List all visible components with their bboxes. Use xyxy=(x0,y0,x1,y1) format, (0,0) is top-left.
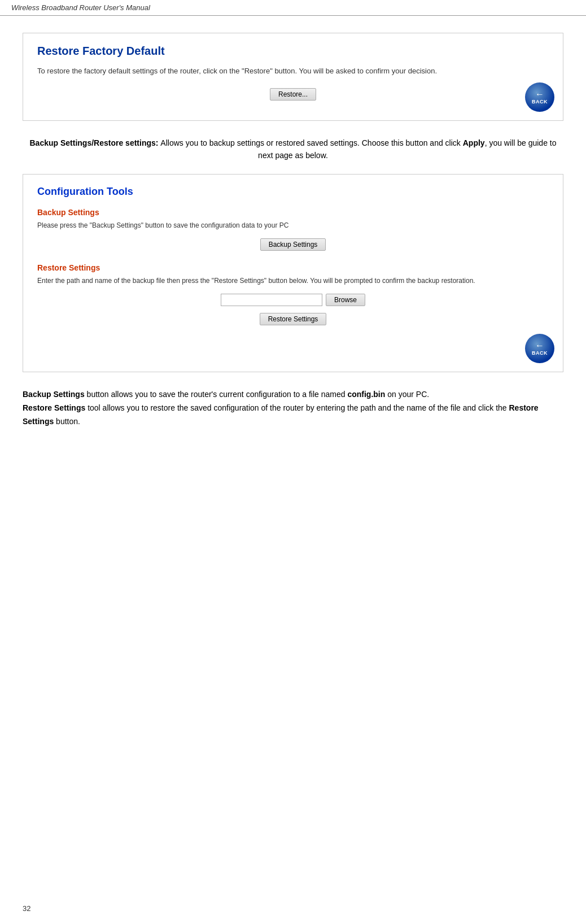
page-header: Wireless Broadband Router User's Manual xyxy=(0,0,586,16)
restore-settings-button[interactable]: Restore Settings xyxy=(260,313,327,325)
page-wrapper: Wireless Broadband Router User's Manual … xyxy=(0,0,586,924)
bottom-text-2: on your PC. xyxy=(385,390,429,399)
browse-row: Browse xyxy=(37,294,549,306)
bottom-text-1: button allows you to save the router's c… xyxy=(85,390,348,399)
backup-settings-desc: Please press the "Backup Settings" butto… xyxy=(37,220,549,230)
back-button-corner[interactable]: ← BACK xyxy=(525,82,554,112)
restore-factory-description: To restore the factory default settings … xyxy=(37,66,549,77)
back-circle-label: BACK xyxy=(532,99,548,104)
inter-section-text: Backup Settings/Restore settings: Allows… xyxy=(23,137,563,162)
restore-factory-title: Restore Factory Default xyxy=(37,45,549,58)
bottom-text-3: tool allows you to restore the saved con… xyxy=(85,403,509,412)
inter-section-bold1: Backup Settings/Restore settings: xyxy=(30,138,161,147)
config-tools-title: Configuration Tools xyxy=(37,186,549,198)
restore-button-row: Restore... xyxy=(37,88,549,101)
bottom-text-block: Backup Settings button allows you to sav… xyxy=(23,388,563,428)
restore-settings-title: Restore Settings xyxy=(37,263,549,272)
apply-label: Apply xyxy=(463,138,485,147)
restore-factory-section: Restore Factory Default To restore the f… xyxy=(23,33,563,121)
bottom-bold1: Backup Settings xyxy=(23,390,85,399)
bottom-bold3: Restore Settings xyxy=(23,403,85,412)
inter-section-text2: Allows you to backup settings or restore… xyxy=(160,138,462,147)
browse-button[interactable]: Browse xyxy=(326,294,365,306)
header-title: Wireless Broadband Router User's Manual xyxy=(11,3,150,12)
restore-settings-desc: Enter the path and name of the backup fi… xyxy=(37,276,549,286)
bottom-text-4: button. xyxy=(54,417,80,426)
browse-input[interactable] xyxy=(221,294,322,306)
back-circle-button[interactable]: ← BACK xyxy=(525,82,554,112)
backup-settings-button[interactable]: Backup Settings xyxy=(260,238,326,251)
page-content: Restore Factory Default To restore the f… xyxy=(0,16,586,457)
restore-button[interactable]: Restore... xyxy=(270,88,316,101)
back-arrow-icon-2: ← xyxy=(535,341,544,350)
restore-settings-button-row: Restore Settings xyxy=(37,313,549,325)
page-number: 32 xyxy=(23,904,30,913)
back-circle-label-2: BACK xyxy=(532,350,548,356)
back-arrow-icon: ← xyxy=(535,90,544,99)
backup-settings-button-row: Backup Settings xyxy=(37,238,549,251)
backup-settings-title: Backup Settings xyxy=(37,208,549,217)
bottom-bold2: config.bin xyxy=(347,390,385,399)
config-tools-section: Configuration Tools Backup Settings Plea… xyxy=(23,174,563,372)
back-button-corner-2[interactable]: ← BACK xyxy=(525,334,554,363)
back-circle-button-2[interactable]: ← BACK xyxy=(525,334,554,363)
